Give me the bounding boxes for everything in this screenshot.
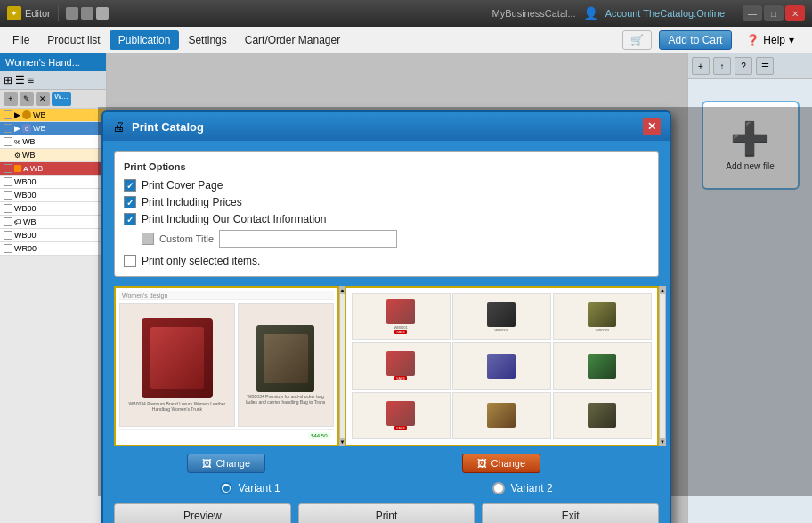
menu-product-list[interactable]: Product list — [38, 30, 109, 50]
dialog-overlay: 🖨 Print Catalog ✕ Print Options ✓ Print … — [98, 107, 812, 496]
toolbar-icons — [66, 7, 109, 20]
contact-checkbox[interactable]: ✓ — [124, 213, 136, 225]
detail-view-icon[interactable]: ≡ — [28, 74, 34, 86]
list-view-icon[interactable]: ☰ — [15, 74, 25, 86]
variant2-frame: WB0001 SALE WB0002 WB0 — [345, 286, 660, 446]
variant2-change-btn[interactable]: 🖼 Change — [462, 454, 540, 473]
settings-icon[interactable] — [96, 7, 109, 20]
print-selected-checkbox[interactable] — [124, 255, 136, 267]
view-toggles: ⊞ ☰ ≡ — [0, 71, 106, 90]
custom-title-label: Custom Title — [159, 233, 214, 244]
item-checkbox[interactable] — [4, 217, 12, 226]
list-item[interactable]: ⚙ WB — [0, 149, 106, 162]
variant1-page-header: Women's design — [119, 291, 334, 300]
variant1-radio-inner — [223, 486, 230, 492]
list-item[interactable]: WB00 — [0, 229, 106, 242]
print-selected-row: Print only selected items. — [124, 255, 649, 267]
add-item-icon[interactable]: + — [4, 92, 18, 106]
variant2-radio-outer[interactable] — [492, 482, 505, 494]
item-checkbox[interactable] — [4, 244, 12, 253]
grid-product-img — [588, 403, 616, 428]
item-checkbox[interactable] — [4, 110, 12, 119]
separator — [58, 5, 59, 21]
item-checkbox[interactable] — [4, 137, 12, 146]
item-checkbox[interactable] — [4, 191, 12, 200]
list-item[interactable]: ▶ б WB — [0, 122, 106, 135]
cart-icon: 🛒 — [630, 34, 644, 46]
help-button[interactable]: ❓ Help ▾ — [739, 31, 801, 49]
delete-item-icon[interactable]: ✕ — [36, 92, 50, 106]
grid-view-icon[interactable]: ⊞ — [4, 74, 12, 86]
variant1-change-btn[interactable]: 🖼 Change — [187, 454, 265, 473]
rp-help-btn[interactable]: ? — [735, 57, 752, 75]
menu-cart-order[interactable]: Cart/Order Manager — [236, 30, 349, 50]
dialog-close-button[interactable]: ✕ — [643, 118, 661, 135]
maximize-btn[interactable]: □ — [764, 5, 784, 21]
minimize-btn[interactable]: — — [743, 5, 762, 21]
menu-file[interactable]: File — [4, 30, 38, 50]
list-item[interactable]: % WB — [0, 135, 106, 149]
change-label: Change — [491, 458, 525, 469]
variant2-scrollbar[interactable]: ▲ ▼ — [659, 286, 666, 446]
option-cover-page-row: ✓ Print Cover Page — [124, 179, 649, 192]
item-checkbox[interactable] — [4, 124, 12, 133]
item-checkbox[interactable] — [4, 177, 12, 186]
custom-title-input[interactable] — [219, 230, 397, 248]
window-controls[interactable]: — □ ✕ — [743, 5, 805, 21]
list-item[interactable]: WB00 — [0, 189, 106, 202]
product-image-right — [256, 325, 314, 392]
scroll-up[interactable]: ▲ — [660, 287, 665, 294]
item-a-icon: A — [23, 165, 28, 173]
item-expand[interactable]: ▶ — [14, 124, 20, 133]
list-item[interactable]: ▶ WB — [0, 109, 106, 122]
rp-up-btn[interactable]: ↑ — [713, 57, 731, 75]
variant1-radio-outer[interactable] — [220, 482, 232, 494]
variant2-radio[interactable]: Variant 2 — [492, 482, 552, 494]
save-icon[interactable] — [66, 7, 78, 20]
item-checkbox[interactable] — [4, 231, 12, 240]
item-checkbox[interactable] — [4, 204, 12, 213]
item-checkbox[interactable] — [4, 164, 12, 173]
option-prices-row: ✓ Print Including Prices — [124, 196, 649, 208]
option-contact-row: ✓ Print Including Our Contact Informatio… — [124, 213, 649, 225]
list-item[interactable]: 🏷 WB — [0, 216, 106, 229]
contact-label: Print Including Our Contact Information — [142, 213, 326, 225]
item-expand[interactable]: ▶ — [14, 110, 20, 119]
grid-item: WB0001 SALE — [352, 293, 451, 340]
variant1-thumb-area: Women's design WB0034 Premium Brand Luxu… — [114, 286, 339, 446]
menu-settings[interactable]: Settings — [179, 30, 235, 50]
exit-button[interactable]: Exit — [482, 503, 659, 523]
open-icon[interactable] — [81, 7, 93, 20]
rp-menu-btn[interactable]: ☰ — [756, 57, 774, 75]
cover-page-checkbox[interactable]: ✓ — [124, 179, 136, 192]
print-selected-label: Print only selected items. — [142, 255, 260, 267]
edit-item-icon[interactable]: ✎ — [20, 92, 34, 106]
preview-button[interactable]: Preview — [114, 503, 291, 523]
print-button[interactable]: Print — [298, 503, 475, 523]
list-item[interactable]: WB00 — [0, 202, 106, 216]
item-label: W... — [52, 92, 71, 106]
variant1-radio[interactable]: Variant 1 — [220, 482, 280, 494]
grid-product-img — [386, 351, 415, 376]
menu-right-area: 🛒 Add to Cart ❓ Help ▾ — [622, 30, 808, 50]
close-btn[interactable]: ✕ — [785, 5, 805, 21]
title-right: MyBusinessCatal... 👤 Account TheCatalog.… — [492, 5, 805, 21]
thumbnails-area: Women's design WB0034 Premium Brand Luxu… — [114, 286, 659, 473]
list-item[interactable]: WR00 — [0, 242, 106, 256]
change-icon: 🖼 — [202, 458, 212, 469]
grid-item: WB0002 — [452, 293, 551, 340]
variant2-thumb-area: WB0001 SALE WB0002 WB0 — [345, 286, 660, 446]
prices-checkbox[interactable]: ✓ — [124, 196, 136, 208]
grid-product-img — [487, 302, 516, 327]
item-checkbox[interactable] — [4, 151, 12, 159]
rp-add-btn[interactable]: + — [692, 57, 710, 75]
list-item[interactable]: A WB — [0, 162, 106, 176]
cart-button[interactable]: 🛒 — [622, 30, 652, 50]
variant2-grid: WB0001 SALE WB0002 WB0 — [350, 291, 654, 441]
add-to-cart-button[interactable]: Add to Cart — [659, 30, 733, 50]
menu-publication[interactable]: Publication — [110, 30, 180, 50]
item-code: WR00 — [14, 244, 37, 253]
list-item[interactable]: WB00 — [0, 176, 106, 189]
scroll-down[interactable]: ▼ — [660, 438, 665, 445]
title-bar-icons: ✦ Editor — [7, 5, 109, 21]
